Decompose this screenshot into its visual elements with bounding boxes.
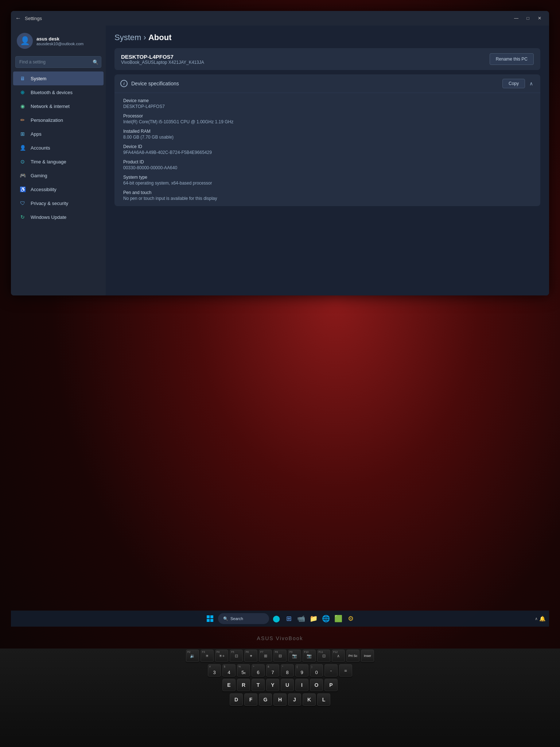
taskbar-icon-teams[interactable]: 📹 bbox=[296, 614, 306, 624]
key-j[interactable]: J bbox=[288, 693, 301, 706]
copy-button[interactable]: Copy bbox=[502, 79, 525, 88]
user-name: asus desk bbox=[36, 36, 100, 42]
spec-value-product-id: 00330-80000-00000-AA640 bbox=[123, 165, 532, 170]
start-button[interactable] bbox=[204, 613, 216, 624]
key-f7[interactable]: F7⊞ bbox=[259, 650, 272, 662]
sidebar-item-system-label: System bbox=[31, 76, 46, 81]
key-insert[interactable]: Inser bbox=[361, 650, 374, 662]
laptop-brand: ASUS VivoBook bbox=[257, 635, 303, 641]
key-5[interactable]: %5€ bbox=[237, 664, 250, 677]
key-u[interactable]: U bbox=[281, 679, 294, 691]
key-f6[interactable]: F6✦ bbox=[244, 650, 257, 662]
screen: ← Settings — □ ✕ 👤 asus desk asusdesk10@… bbox=[11, 11, 549, 295]
key-0[interactable]: )0 bbox=[310, 664, 323, 677]
taskbar-icon-blue[interactable]: ⬤ bbox=[271, 614, 281, 624]
key-i[interactable]: I bbox=[295, 679, 308, 691]
spec-row-processor: Processor Intel(R) Core(TM) i5-1035G1 CP… bbox=[114, 111, 540, 127]
key-f2[interactable]: F2🔉 bbox=[186, 650, 199, 662]
key-l[interactable]: L bbox=[317, 693, 330, 706]
spec-value-device-id: 9FA4A6A8-A49B-402C-B724-F5B4E9665429 bbox=[123, 150, 532, 155]
pc-name: DESKTOP-L4PFOS7 bbox=[121, 54, 204, 60]
key-7[interactable]: &7 bbox=[266, 664, 279, 677]
sidebar-item-update-label: Windows Update bbox=[31, 214, 66, 220]
taskbar-icon-edge[interactable]: 🌐 bbox=[321, 614, 331, 624]
apps-icon: ⊞ bbox=[19, 130, 26, 138]
chevron-up-icon[interactable]: ∧ bbox=[528, 79, 534, 88]
taskbar-search[interactable]: 🔍 Search bbox=[218, 613, 269, 624]
title-bar: ← Settings — □ ✕ bbox=[11, 11, 549, 26]
key-e[interactable]: E bbox=[222, 679, 236, 691]
key-8[interactable]: *8 bbox=[281, 664, 294, 677]
taskbar-chevron-icon[interactable]: ∧ bbox=[535, 616, 538, 621]
sidebar-item-accessibility[interactable]: ♿ Accessibility bbox=[13, 182, 104, 196]
taskbar-icon-settings[interactable]: ⚙ bbox=[346, 614, 356, 624]
key-p[interactable]: P bbox=[324, 679, 338, 691]
svg-rect-3 bbox=[210, 619, 213, 622]
sidebar-item-update[interactable]: ↻ Windows Update bbox=[13, 210, 104, 224]
key-y[interactable]: Y bbox=[266, 679, 279, 691]
key-f8[interactable]: F8⊟ bbox=[273, 650, 287, 662]
sidebar-item-system[interactable]: 🖥 System bbox=[13, 71, 104, 85]
specs-table: Device name DESKTOP-L4PFOS7 Processor In… bbox=[114, 93, 540, 206]
key-h[interactable]: H bbox=[273, 693, 287, 706]
sidebar-item-accounts[interactable]: 👤 Accounts bbox=[13, 141, 104, 155]
taskbar-search-label: Search bbox=[230, 616, 243, 621]
spec-row-device-id: Device ID 9FA4A6A8-A49B-402C-B724-F5B4E9… bbox=[114, 142, 540, 157]
keyboard-row-num: #3 $4 %5€ ^6 &7 *8 (9 )0 - = bbox=[0, 663, 560, 678]
key-4[interactable]: $4 bbox=[222, 664, 236, 677]
key-3[interactable]: #3 bbox=[208, 664, 221, 677]
maximize-button[interactable]: □ bbox=[523, 13, 533, 23]
key-f[interactable]: F bbox=[244, 693, 257, 706]
title-bar-left: ← Settings bbox=[15, 15, 42, 22]
rename-pc-button[interactable]: Rename this PC bbox=[490, 53, 534, 65]
specs-header-left: i Device specifications bbox=[120, 80, 179, 87]
key-9[interactable]: (9 bbox=[295, 664, 308, 677]
key-prtsc[interactable]: Prt Sc bbox=[346, 650, 359, 662]
key-f4[interactable]: F4☀+ bbox=[215, 650, 228, 662]
taskbar-notification-icon[interactable]: 🔔 bbox=[539, 616, 545, 622]
sidebar-item-privacy[interactable]: 🛡 Privacy & security bbox=[13, 196, 104, 210]
specs-title: Device specifications bbox=[131, 81, 179, 86]
sidebar-item-apps[interactable]: ⊞ Apps bbox=[13, 127, 104, 141]
key-o[interactable]: O bbox=[310, 679, 323, 691]
key-6[interactable]: ^6 bbox=[252, 664, 265, 677]
taskbar-search-icon: 🔍 bbox=[223, 616, 228, 621]
sidebar-item-bluetooth[interactable]: ⊕ Bluetooth & devices bbox=[13, 85, 104, 99]
key-t[interactable]: T bbox=[252, 679, 265, 691]
sidebar-item-time[interactable]: ⊙ Time & language bbox=[13, 155, 104, 169]
user-profile[interactable]: 👤 asus desk asusdesk10@outlook.com bbox=[11, 30, 106, 55]
key-equals[interactable]: = bbox=[339, 664, 352, 677]
key-f10[interactable]: F10📷 bbox=[303, 650, 316, 662]
taskbar-icon-explorer[interactable]: 📁 bbox=[308, 614, 319, 624]
network-icon: ◉ bbox=[19, 102, 26, 110]
user-email: asusdesk10@outlook.com bbox=[36, 42, 100, 46]
pc-name-card: DESKTOP-L4PFOS7 VivoBook_ASUSLaptop X421… bbox=[114, 48, 540, 70]
keyboard-row-asdf: D F G H J K L bbox=[0, 692, 560, 707]
sidebar-item-personalization[interactable]: ✏ Personalization bbox=[13, 113, 104, 127]
main-content: System › About DESKTOP-L4PFOS7 VivoBook_… bbox=[106, 26, 549, 295]
taskbar-center: 🔍 Search ⬤ ⊞ 📹 📁 🌐 🟩 ⚙ bbox=[204, 613, 356, 624]
close-button[interactable]: ✕ bbox=[534, 13, 545, 23]
key-d[interactable]: D bbox=[230, 693, 243, 706]
spec-value-system-type: 64-bit operating system, x64-based proce… bbox=[123, 181, 532, 186]
system-icon: 🖥 bbox=[19, 75, 26, 82]
search-input[interactable] bbox=[15, 56, 101, 68]
taskbar-icon-widget[interactable]: ⊞ bbox=[284, 614, 294, 624]
back-button[interactable]: ← bbox=[15, 15, 21, 22]
pc-name-text: DESKTOP-L4PFOS7 VivoBook_ASUSLaptop X421… bbox=[121, 54, 204, 65]
key-minus[interactable]: - bbox=[324, 664, 338, 677]
key-f9[interactable]: F9📷 bbox=[288, 650, 301, 662]
spec-value-pen-touch: No pen or touch input is available for t… bbox=[123, 196, 532, 201]
key-k[interactable]: K bbox=[303, 693, 316, 706]
taskbar-icon-store[interactable]: 🟩 bbox=[333, 614, 343, 624]
key-f3[interactable]: F3☀ bbox=[201, 650, 214, 662]
key-r[interactable]: R bbox=[237, 679, 250, 691]
key-f12[interactable]: F12∧ bbox=[332, 650, 345, 662]
key-g[interactable]: G bbox=[259, 693, 272, 706]
sidebar-item-gaming[interactable]: 🎮 Gaming bbox=[13, 169, 104, 182]
sidebar-item-network[interactable]: ◉ Network & internet bbox=[13, 99, 104, 113]
minimize-button[interactable]: — bbox=[511, 13, 521, 23]
key-f11[interactable]: F11⊡ bbox=[317, 650, 330, 662]
gaming-icon: 🎮 bbox=[19, 172, 26, 179]
key-f5[interactable]: F5⊡ bbox=[230, 650, 243, 662]
